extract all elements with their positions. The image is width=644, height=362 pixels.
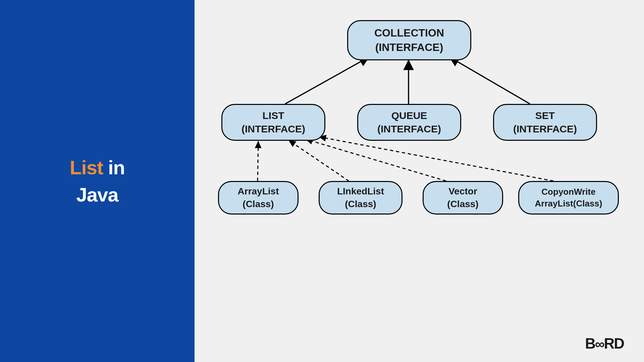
page-title: List in Java: [70, 154, 125, 208]
node-linkedlist-l1: LInkedList: [337, 186, 384, 196]
edge-set-collection: [449, 57, 530, 104]
node-queue-l2: (INTERFACE): [377, 123, 441, 134]
title-accent: List: [70, 157, 103, 178]
node-linkedlist: LInkedList (Class): [319, 181, 402, 215]
node-vector: Vector (Class): [423, 181, 503, 215]
node-collection-l1: COLLECTION: [374, 27, 444, 39]
node-list-l2: (INTERFACE): [241, 123, 305, 134]
brand-logo: B∞RD: [585, 335, 624, 352]
node-list-l1: LIST: [263, 110, 284, 121]
node-queue: QUEUE (INTERFACE): [357, 104, 461, 141]
node-collection-l2: (INTERFACE): [375, 41, 443, 53]
node-arraylist-l2: (Class): [243, 199, 274, 209]
logo-part1: B: [585, 335, 595, 352]
node-arraylist: ArrayList (Class): [218, 181, 299, 215]
node-list: LIST (INTERFACE): [221, 104, 325, 141]
edge-cowal-list: [319, 137, 553, 181]
title-rest-1: in: [103, 157, 125, 178]
node-vector-l1: Vector: [448, 186, 477, 196]
edge-linkedlist-list: [288, 140, 349, 181]
logo-part2: RD: [604, 335, 624, 352]
edge-vector-list: [305, 139, 446, 181]
sidebar: List in Java: [0, 0, 195, 362]
node-set-l1: SET: [535, 110, 555, 121]
node-cowal-l1: CopyonWrite: [541, 187, 595, 197]
edge-arraylist-list: [258, 141, 258, 181]
title-line2: Java: [76, 184, 118, 205]
node-cowal: CopyonWrite ArrayList(Class): [518, 181, 619, 215]
node-arraylist-l1: ArrayList: [238, 186, 279, 196]
node-set-l2: (INTERFACE): [513, 123, 577, 134]
page: List in Java: [0, 0, 644, 362]
node-queue-l1: QUEUE: [391, 110, 427, 121]
diagram-area: COLLECTION (INTERFACE) LIST (INTERFACE) …: [195, 0, 644, 362]
node-set: SET (INTERFACE): [493, 104, 597, 141]
node-vector-l2: (Class): [447, 199, 478, 209]
node-collection: COLLECTION (INTERFACE): [347, 20, 471, 60]
edge-list-collection: [285, 57, 369, 104]
node-cowal-l2: ArrayList(Class): [535, 198, 602, 208]
node-linkedlist-l2: (Class): [345, 199, 376, 209]
infinity-icon: ∞: [595, 337, 604, 352]
